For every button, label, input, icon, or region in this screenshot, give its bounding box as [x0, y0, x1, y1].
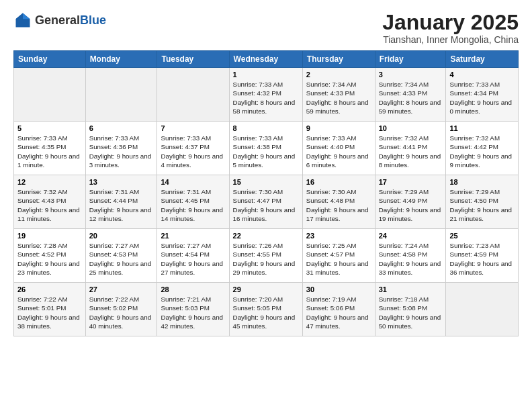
calendar-cell [446, 283, 519, 336]
day-number: 22 [233, 232, 299, 240]
day-info: Sunrise: 7:32 AM Sunset: 4:43 PM Dayligh… [17, 187, 82, 223]
calendar-cell: 18Sunrise: 7:29 AM Sunset: 4:50 PM Dayli… [446, 175, 519, 229]
day-number: 23 [306, 232, 371, 240]
day-number: 4 [449, 71, 515, 79]
day-number: 3 [379, 71, 443, 79]
day-info: Sunrise: 7:31 AM Sunset: 4:44 PM Dayligh… [89, 187, 154, 223]
day-number: 15 [233, 178, 299, 186]
day-info: Sunrise: 7:27 AM Sunset: 4:53 PM Dayligh… [89, 241, 154, 277]
calendar-cell: 9Sunrise: 7:33 AM Sunset: 4:40 PM Daylig… [302, 122, 375, 175]
svg-marker-2 [16, 13, 24, 19]
day-info: Sunrise: 7:29 AM Sunset: 4:49 PM Dayligh… [379, 187, 443, 223]
day-info: Sunrise: 7:19 AM Sunset: 5:06 PM Dayligh… [306, 295, 371, 330]
calendar-cell: 24Sunrise: 7:24 AM Sunset: 4:58 PM Dayli… [375, 229, 446, 283]
calendar-cell: 1Sunrise: 7:33 AM Sunset: 4:32 PM Daylig… [229, 68, 302, 122]
calendar-cell: 20Sunrise: 7:27 AM Sunset: 4:53 PM Dayli… [85, 229, 157, 283]
page: GeneralBlue January 2025 Tianshan, Inner… [0, 0, 532, 343]
day-number: 6 [89, 124, 154, 132]
calendar-cell: 15Sunrise: 7:30 AM Sunset: 4:47 PM Dayli… [229, 175, 302, 229]
calendar-cell [157, 68, 229, 122]
calendar-cell: 19Sunrise: 7:28 AM Sunset: 4:52 PM Dayli… [14, 229, 86, 283]
month-title: January 2025 [382, 11, 519, 34]
day-number: 12 [17, 178, 82, 186]
day-info: Sunrise: 7:34 AM Sunset: 4:33 PM Dayligh… [306, 80, 371, 116]
calendar-cell: 25Sunrise: 7:23 AM Sunset: 4:59 PM Dayli… [446, 229, 519, 283]
day-number: 9 [306, 124, 371, 132]
day-number: 11 [449, 124, 515, 132]
day-number: 7 [161, 124, 225, 132]
title-block: January 2025 Tianshan, Inner Mongolia, C… [382, 11, 519, 45]
calendar-cell: 2Sunrise: 7:34 AM Sunset: 4:33 PM Daylig… [302, 68, 375, 122]
day-number: 2 [306, 71, 371, 79]
day-info: Sunrise: 7:23 AM Sunset: 4:59 PM Dayligh… [449, 241, 515, 277]
day-info: Sunrise: 7:20 AM Sunset: 5:05 PM Dayligh… [233, 295, 299, 330]
day-number: 27 [89, 285, 154, 293]
day-info: Sunrise: 7:21 AM Sunset: 5:03 PM Dayligh… [161, 295, 225, 330]
day-info: Sunrise: 7:30 AM Sunset: 4:47 PM Dayligh… [233, 187, 299, 223]
calendar-cell: 22Sunrise: 7:26 AM Sunset: 4:55 PM Dayli… [229, 229, 302, 283]
day-info: Sunrise: 7:33 AM Sunset: 4:37 PM Dayligh… [161, 134, 225, 169]
day-info: Sunrise: 7:27 AM Sunset: 4:54 PM Dayligh… [161, 241, 225, 277]
day-number: 28 [161, 285, 225, 293]
calendar-cell [14, 68, 86, 122]
day-number: 30 [306, 285, 371, 293]
day-info: Sunrise: 7:32 AM Sunset: 4:41 PM Dayligh… [379, 134, 443, 169]
calendar-cell: 30Sunrise: 7:19 AM Sunset: 5:06 PM Dayli… [302, 283, 375, 336]
calendar-cell: 23Sunrise: 7:25 AM Sunset: 4:57 PM Dayli… [302, 229, 375, 283]
calendar-cell: 5Sunrise: 7:33 AM Sunset: 4:35 PM Daylig… [14, 122, 86, 175]
day-info: Sunrise: 7:22 AM Sunset: 5:01 PM Dayligh… [17, 295, 82, 330]
day-number: 18 [449, 178, 515, 186]
day-info: Sunrise: 7:26 AM Sunset: 4:55 PM Dayligh… [233, 241, 299, 277]
calendar-cell: 28Sunrise: 7:21 AM Sunset: 5:03 PM Dayli… [157, 283, 229, 336]
calendar-cell: 27Sunrise: 7:22 AM Sunset: 5:02 PM Dayli… [85, 283, 157, 336]
day-number: 20 [89, 232, 154, 240]
day-info: Sunrise: 7:33 AM Sunset: 4:32 PM Dayligh… [233, 80, 299, 116]
day-number: 17 [379, 178, 443, 186]
day-info: Sunrise: 7:24 AM Sunset: 4:58 PM Dayligh… [379, 241, 443, 277]
location: Tianshan, Inner Mongolia, China [382, 34, 519, 45]
calendar-cell: 29Sunrise: 7:20 AM Sunset: 5:05 PM Dayli… [229, 283, 302, 336]
calendar-cell: 4Sunrise: 7:33 AM Sunset: 4:34 PM Daylig… [446, 68, 519, 122]
day-info: Sunrise: 7:33 AM Sunset: 4:38 PM Dayligh… [233, 134, 299, 169]
calendar-cell: 8Sunrise: 7:33 AM Sunset: 4:38 PM Daylig… [229, 122, 302, 175]
day-info: Sunrise: 7:33 AM Sunset: 4:40 PM Dayligh… [306, 134, 371, 169]
day-number: 13 [89, 178, 154, 186]
calendar-row-1: 5Sunrise: 7:33 AM Sunset: 4:35 PM Daylig… [14, 122, 519, 175]
day-info: Sunrise: 7:32 AM Sunset: 4:42 PM Dayligh… [449, 134, 515, 169]
day-info: Sunrise: 7:22 AM Sunset: 5:02 PM Dayligh… [89, 295, 154, 330]
calendar-cell: 12Sunrise: 7:32 AM Sunset: 4:43 PM Dayli… [14, 175, 86, 229]
calendar-row-2: 12Sunrise: 7:32 AM Sunset: 4:43 PM Dayli… [14, 175, 519, 229]
calendar-cell: 13Sunrise: 7:31 AM Sunset: 4:44 PM Dayli… [85, 175, 157, 229]
calendar-cell: 6Sunrise: 7:33 AM Sunset: 4:36 PM Daylig… [85, 122, 157, 175]
logo-icon [13, 11, 32, 30]
day-number: 1 [233, 71, 299, 79]
calendar-cell [85, 68, 157, 122]
day-number: 14 [161, 178, 225, 186]
day-number: 5 [17, 124, 82, 132]
calendar-table: Sunday Monday Tuesday Wednesday Thursday… [13, 50, 519, 336]
calendar-row-4: 26Sunrise: 7:22 AM Sunset: 5:01 PM Dayli… [14, 283, 519, 336]
calendar-row-0: 1Sunrise: 7:33 AM Sunset: 4:32 PM Daylig… [14, 68, 519, 122]
calendar-cell: 16Sunrise: 7:30 AM Sunset: 4:48 PM Dayli… [302, 175, 375, 229]
header: GeneralBlue January 2025 Tianshan, Inner… [13, 11, 519, 45]
day-info: Sunrise: 7:30 AM Sunset: 4:48 PM Dayligh… [306, 187, 371, 223]
svg-marker-1 [23, 13, 30, 19]
calendar-cell: 3Sunrise: 7:34 AM Sunset: 4:33 PM Daylig… [375, 68, 446, 122]
day-number: 26 [17, 285, 82, 293]
col-wednesday: Wednesday [229, 51, 302, 68]
day-number: 10 [379, 124, 443, 132]
col-sunday: Sunday [14, 51, 86, 68]
calendar-cell: 17Sunrise: 7:29 AM Sunset: 4:49 PM Dayli… [375, 175, 446, 229]
day-number: 19 [17, 232, 82, 240]
day-number: 21 [161, 232, 225, 240]
day-number: 16 [306, 178, 371, 186]
day-info: Sunrise: 7:29 AM Sunset: 4:50 PM Dayligh… [449, 187, 515, 223]
calendar-cell: 31Sunrise: 7:18 AM Sunset: 5:08 PM Dayli… [375, 283, 446, 336]
calendar-cell: 14Sunrise: 7:31 AM Sunset: 4:45 PM Dayli… [157, 175, 229, 229]
logo: GeneralBlue [13, 11, 106, 30]
day-number: 31 [379, 285, 443, 293]
calendar-cell: 11Sunrise: 7:32 AM Sunset: 4:42 PM Dayli… [446, 122, 519, 175]
day-info: Sunrise: 7:33 AM Sunset: 4:34 PM Dayligh… [449, 80, 515, 116]
day-info: Sunrise: 7:33 AM Sunset: 4:36 PM Dayligh… [89, 134, 154, 169]
day-info: Sunrise: 7:25 AM Sunset: 4:57 PM Dayligh… [306, 241, 371, 277]
